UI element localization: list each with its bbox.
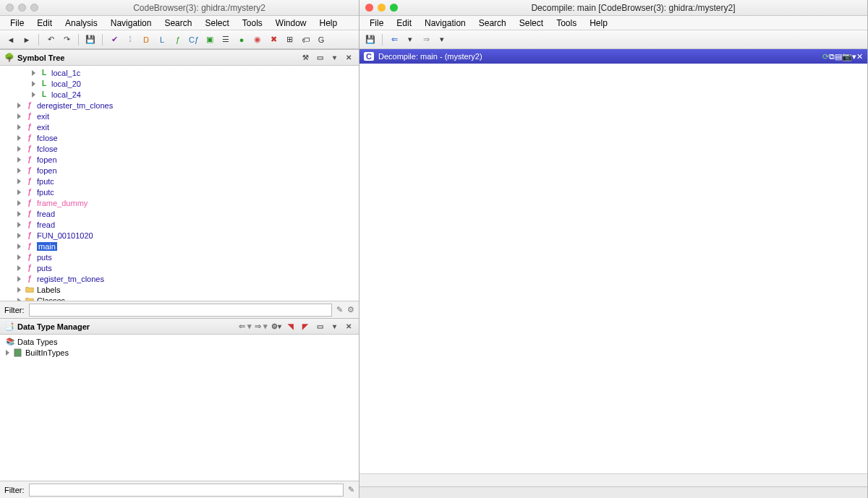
bookmark-icon[interactable]: 🏷 — [299, 33, 312, 46]
snapshot-icon[interactable]: ⊞ — [283, 33, 296, 46]
save-icon[interactable]: 💾 — [364, 33, 377, 46]
tree-item[interactable]: ƒexit — [0, 111, 359, 121]
close-panel-icon[interactable]: ✕ — [343, 52, 354, 64]
tree-item[interactable]: Llocal_20 — [0, 78, 359, 89]
close-window-icon[interactable] — [6, 4, 14, 12]
tree-icon[interactable]: ☰ — [219, 33, 232, 46]
binary-icon[interactable]: ⦙ — [124, 33, 137, 46]
back-icon[interactable]: ⇐ — [388, 33, 401, 46]
tree-item[interactable]: BuiltInTypes — [0, 347, 359, 358]
cancel-icon[interactable]: ✖ — [267, 33, 280, 46]
filter-settings-icon[interactable]: ✎ — [336, 305, 343, 314]
tree-item[interactable]: ƒfputc — [0, 176, 359, 186]
decompile-header[interactable]: C Decompile: main - (mystery2) ⟳ ⧉ ▤ 📷 ▾… — [359, 49, 867, 64]
menu-item-file[interactable]: File — [4, 17, 30, 30]
back-icon[interactable]: ◄ — [4, 33, 17, 46]
horizontal-scrollbar[interactable] — [359, 473, 867, 486]
graph-icon[interactable]: ▣ — [203, 33, 216, 46]
dtm-back-icon[interactable]: ⇐ ▾ — [239, 322, 252, 331]
tree-item[interactable]: ƒfread — [0, 208, 359, 219]
tree-item[interactable]: ƒfopen — [0, 165, 359, 176]
menu-item-window[interactable]: Window — [270, 17, 312, 30]
f-icon[interactable]: ƒ — [171, 33, 184, 46]
snapshot-icon[interactable]: 📷 — [842, 52, 852, 61]
code-area[interactable] — [359, 64, 867, 473]
menu-item-search[interactable]: Search — [158, 17, 197, 30]
tree-item[interactable]: ƒfclose — [0, 132, 359, 143]
dtm-filter-input[interactable] — [29, 484, 344, 497]
menu-item-search[interactable]: Search — [473, 17, 512, 30]
menu-item-analysis[interactable]: Analysis — [59, 17, 103, 30]
tree-item[interactable]: ƒfputc — [0, 186, 359, 197]
dropdown-icon[interactable]: ▾ — [435, 33, 448, 46]
tree-item[interactable]: Classes — [0, 295, 359, 301]
dropdown-icon[interactable]: ▾ — [404, 33, 417, 46]
symbol-filter-input[interactable] — [29, 304, 333, 317]
dtm-header[interactable]: 📑 Data Type Manager ⇐ ▾ ⇒ ▾ ⚙▾ ◥ ◤ ▭ ▾ ✕ — [0, 319, 359, 335]
tree-item[interactable]: ƒexit — [0, 121, 359, 132]
tree-item[interactable]: ƒframe_dummy — [0, 197, 359, 208]
tree-item[interactable]: ƒregister_tm_clones — [0, 273, 359, 284]
dtm-gear-icon[interactable]: ⚙▾ — [271, 321, 282, 332]
dtm-close-icon[interactable]: ✕ — [343, 321, 354, 332]
tree-item[interactable]: ƒFUN_00101020 — [0, 230, 359, 241]
minimize-window-icon[interactable] — [378, 4, 386, 12]
right-titlebar[interactable]: Decompile: main [CodeBrowser(3): ghidra:… — [359, 0, 867, 16]
debug-icon[interactable]: ◉ — [251, 33, 264, 46]
filter-options-icon[interactable]: ⚙ — [347, 305, 354, 314]
forward-icon[interactable]: ⇒ — [420, 33, 433, 46]
zoom-window-icon[interactable] — [30, 4, 38, 12]
menu-item-navigation[interactable]: Navigation — [105, 17, 158, 30]
menu-item-select[interactable]: Select — [199, 17, 234, 30]
check-icon[interactable]: ✔ — [108, 33, 121, 46]
close-panel-icon[interactable]: ✕ — [856, 52, 863, 61]
menu-item-edit[interactable]: Edit — [391, 17, 417, 30]
tree-item[interactable]: Labels — [0, 284, 359, 295]
tree-item[interactable]: ƒfread — [0, 219, 359, 230]
tree-item[interactable]: ƒputs — [0, 252, 359, 262]
menu-item-help[interactable]: Help — [584, 17, 613, 30]
d-icon[interactable]: D — [140, 33, 153, 46]
tree-item[interactable]: 📚Data Types — [0, 336, 359, 347]
dtm-menu-icon[interactable]: ▾ — [328, 321, 340, 332]
refresh-icon[interactable]: ⟳ — [822, 52, 829, 61]
left-titlebar[interactable]: CodeBrowser(3): ghidra:/mystery2 — [0, 0, 359, 16]
menu-icon[interactable]: ▾ — [328, 52, 340, 64]
tree-item[interactable]: Llocal_1c — [0, 67, 359, 78]
menu-item-help[interactable]: Help — [314, 17, 344, 30]
tree-item[interactable]: ƒmain — [0, 241, 359, 252]
undo-icon[interactable]: ↶ — [44, 33, 57, 46]
goto-icon[interactable]: G — [315, 33, 328, 46]
dtm-fwd-icon[interactable]: ⇒ ▾ — [255, 322, 268, 331]
dtm-filter-settings-icon[interactable]: ✎ — [348, 485, 354, 494]
tree-item[interactable]: Llocal_24 — [0, 89, 359, 100]
zoom-window-icon[interactable] — [390, 4, 398, 12]
save-icon[interactable]: 💾 — [84, 33, 97, 46]
menu-item-edit[interactable]: Edit — [31, 17, 58, 30]
copy-icon[interactable]: ⧉ — [829, 52, 835, 61]
cf-icon[interactable]: Cƒ — [187, 33, 200, 46]
menu-item-tools[interactable]: Tools — [550, 17, 582, 30]
minimize-window-icon[interactable] — [18, 4, 26, 12]
menu-item-navigation[interactable]: Navigation — [419, 17, 472, 30]
menu-item-tools[interactable]: Tools — [237, 17, 268, 30]
menu-item-select[interactable]: Select — [514, 17, 549, 30]
symbol-tree-header[interactable]: 🌳 Symbol Tree ⚒ ▭ ▾ ✕ — [0, 50, 359, 66]
run-icon[interactable]: ● — [235, 33, 248, 46]
menu-item-file[interactable]: File — [364, 17, 389, 30]
tree-item[interactable]: ƒderegister_tm_clones — [0, 100, 359, 111]
collapse-icon[interactable]: ▭ — [314, 52, 326, 64]
close-window-icon[interactable] — [365, 4, 373, 12]
dtm-flag2-icon[interactable]: ◤ — [299, 321, 311, 332]
tree-item[interactable]: ƒputs — [0, 262, 359, 273]
redo-icon[interactable]: ↷ — [60, 33, 73, 46]
filter-icon[interactable]: ⚒ — [299, 52, 311, 64]
symbol-tree[interactable]: Llocal_1cLlocal_20Llocal_24ƒderegister_t… — [0, 66, 359, 301]
l-icon[interactable]: L — [156, 33, 169, 46]
export-icon[interactable]: ▤ — [835, 52, 842, 61]
tree-item[interactable]: ƒfopen — [0, 154, 359, 165]
dtm-tree[interactable]: 📚Data TypesBuiltInTypes — [0, 335, 359, 481]
dtm-collapse-icon[interactable]: ▭ — [314, 321, 326, 332]
tree-item[interactable]: ƒfclose — [0, 143, 359, 154]
dtm-flag1-icon[interactable]: ◥ — [285, 321, 297, 332]
